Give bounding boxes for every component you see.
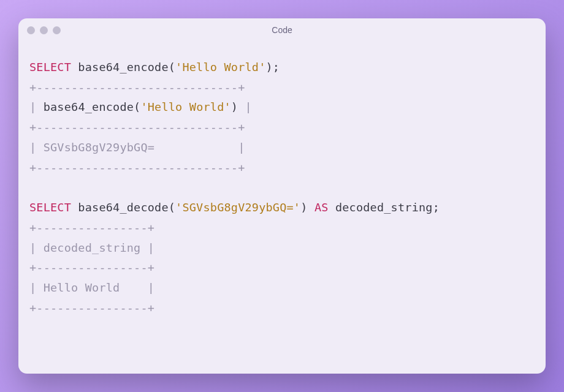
table-border: +----------------+	[29, 221, 154, 234]
code-window: Code SELECT base64_encode('Hello World')…	[18, 18, 546, 374]
keyword-select: SELECT	[29, 201, 71, 214]
table-row: | decoded_string |	[29, 241, 154, 254]
table-border: +-----------------------------+	[29, 121, 245, 134]
column-header-fn: base64_encode(	[44, 100, 141, 113]
column-header-str: 'Hello World'	[140, 100, 231, 113]
titlebar: Code	[18, 18, 546, 42]
close-icon[interactable]	[27, 26, 35, 34]
alias: decoded_string;	[329, 201, 440, 214]
table-row: | SGVsbG8gV29ybGQ= |	[29, 141, 245, 154]
keyword-select: SELECT	[29, 61, 71, 74]
table-row: | Hello World |	[29, 281, 154, 294]
statement-tail: );	[266, 61, 280, 74]
window-controls	[27, 26, 61, 34]
table-pipe: |	[29, 100, 44, 113]
code-content: SELECT base64_encode('Hello World'); +--…	[18, 42, 546, 374]
table-border: +----------------+	[29, 261, 154, 274]
minimize-icon[interactable]	[40, 26, 48, 34]
maximize-icon[interactable]	[53, 26, 61, 34]
table-border: +-----------------------------+	[29, 161, 245, 174]
string-literal: 'Hello World'	[175, 61, 265, 74]
table-border: +-----------------------------+	[29, 81, 245, 94]
function-call: base64_encode(	[71, 61, 175, 74]
column-header-close: )	[231, 100, 238, 113]
string-literal: 'SGVsbG8gV29ybGQ='	[175, 201, 300, 214]
table-pipe: |	[238, 100, 252, 113]
table-border: +----------------+	[29, 301, 154, 314]
function-call: base64_decode(	[71, 201, 175, 214]
close-paren: )	[300, 201, 314, 214]
keyword-as: AS	[314, 201, 329, 214]
window-title: Code	[18, 25, 546, 35]
